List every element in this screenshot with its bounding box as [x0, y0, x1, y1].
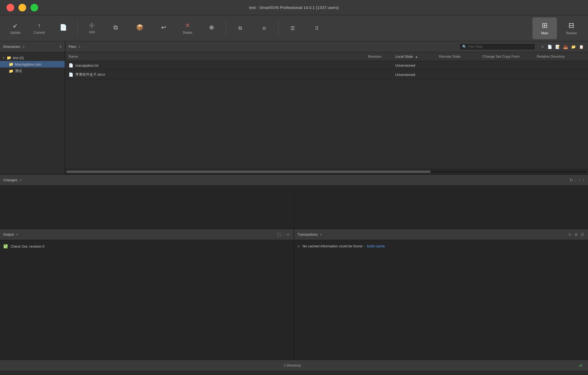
changes-up-icon[interactable]: ↑ [578, 178, 580, 183]
transactions-actions: ↻ ⚙ ☰ [568, 232, 585, 237]
file-filter-input[interactable] [468, 45, 532, 49]
transactions-list-icon[interactable]: ☰ [580, 232, 585, 237]
dir-item-test[interactable]: ▼ 📁 test (0) [0, 54, 65, 61]
update-icon: ↙ [13, 22, 18, 29]
dir-item-test-cn[interactable]: 📁 测试 [0, 67, 65, 75]
output-actions: ⬛ | ✏ [276, 232, 290, 237]
output-icon-square[interactable]: ⬛ [276, 232, 282, 237]
move-icon: 📦 [136, 24, 143, 31]
toolbar-commit[interactable]: ↑ Commit [28, 17, 50, 39]
changes-left-pane [0, 186, 294, 229]
success-icon: ✅ [3, 244, 8, 248]
files-view-clear-icon[interactable]: ✕ [540, 44, 545, 50]
changes-panel: Changes × ↻ | ↑ ↓ [0, 175, 588, 229]
file-name-cell-2: 📄 苹果软件盒子.docx [65, 70, 365, 79]
scroll-track [66, 171, 587, 173]
transactions-panel: Transactions × ↻ ⚙ ☰ ≡ No cached informa… [294, 229, 588, 360]
revert-icon: ↩ [161, 24, 166, 31]
toolbar-copy-props[interactable]: ⧉ [229, 17, 251, 39]
col-header-localstate[interactable]: Local State ▲ [392, 52, 436, 61]
col-header-name[interactable]: Name [65, 52, 365, 61]
maximize-button[interactable] [30, 4, 38, 11]
file-name-cell-1: 📄 macappbox.txt [65, 61, 365, 70]
transactions-body: ≡ No cached information could be found -… [294, 240, 588, 360]
directories-close[interactable]: × [22, 45, 24, 49]
transaction-list-icon: ≡ [298, 244, 300, 248]
sort-asc-icon: ▲ [415, 55, 418, 58]
folder-icon-test: 📁 [7, 56, 11, 60]
changes-body [0, 186, 588, 229]
output-close[interactable]: × [16, 232, 18, 237]
col-header-remotestate[interactable]: Remote State [436, 52, 479, 61]
files-close[interactable]: × [78, 45, 80, 49]
toolbar-separator-1 [77, 20, 78, 36]
folder-icon-macappbox: 📁 [9, 62, 13, 66]
table-row[interactable]: 📄 苹果软件盒子.docx Unversioned [65, 70, 588, 79]
copy-icon: ⧉ [114, 24, 118, 31]
toolbar-move-props[interactable]: ⧈ [253, 17, 275, 39]
col-header-changeset[interactable]: Change Set Copy From [479, 52, 534, 61]
build-cache-link[interactable]: build cache [367, 244, 385, 248]
statusbar-center: 1 Directory [5, 363, 579, 367]
horizontal-scrollbar[interactable] [65, 169, 588, 174]
commit-icon: ↑ [38, 22, 41, 29]
dir-label-test-cn: 测试 [15, 69, 22, 73]
toolbar-revert[interactable]: ↩ [153, 17, 174, 39]
toolbar-move[interactable]: 📦 [129, 17, 151, 39]
file-changeset-cell-1 [479, 61, 534, 70]
toolbar-add-label: Add [89, 30, 94, 34]
files-table: Name Revision Local State ▲ Remote State [65, 52, 588, 169]
files-view-settings-icon[interactable]: 📋 [578, 44, 585, 50]
changes-down-icon[interactable]: ↓ [583, 178, 585, 183]
toolbar-add[interactable]: ➕ Add [81, 17, 103, 39]
titlebar: test - SmartSVN Professional 14.0.1 (133… [0, 0, 588, 15]
file-filter-box: 🔍 [459, 43, 535, 50]
toolbar-delete[interactable]: ✕ Delete [177, 17, 198, 39]
toolbar-view-main[interactable]: ⊞ Main [532, 17, 557, 39]
directories-panel: Directories × ▾ ▼ 📁 test (0) 📁 MacAppbox… [0, 41, 65, 174]
dir-tree: ▼ 📁 test (0) 📁 MacAppbox.com 📁 测试 [0, 52, 65, 174]
files-view-remote-icon[interactable]: 📤 [562, 44, 569, 50]
review-view-icon: ⊟ [568, 21, 574, 30]
close-button[interactable] [7, 4, 14, 11]
sync-icon[interactable]: ⇄ [579, 363, 583, 368]
add-icon: ➕ [89, 23, 95, 29]
scroll-thumb[interactable] [66, 171, 431, 173]
files-view-folder-icon[interactable]: 📁 [570, 44, 577, 50]
output-sep: | [284, 232, 284, 236]
file-remotestate-cell-1 [436, 61, 479, 70]
toolbar-separator-3 [278, 20, 278, 36]
toolbar-copy[interactable]: ⧉ [105, 17, 127, 39]
toolbar-menu[interactable]: ☰ [282, 17, 304, 39]
file-icon-2: 📄 [69, 72, 73, 77]
toolbar-view-review[interactable]: ⊟ Review [559, 17, 584, 39]
files-view-modified-icon[interactable]: 📝 [554, 44, 561, 50]
changes-close[interactable]: × [20, 178, 22, 182]
files-title: Files [69, 45, 76, 49]
toolbar-show-changes[interactable]: 📄 [52, 17, 74, 39]
toolbar-update[interactable]: ↙ Update [4, 17, 26, 39]
table-header-row: Name Revision Local State ▲ Remote State [65, 52, 588, 61]
file-revision-cell-1 [365, 61, 392, 70]
file-localstate-cell-2: Unversioned [392, 70, 436, 79]
delete-icon: ✕ [185, 22, 190, 29]
bottom-panels: Output × ⬛ | ✏ ✅ Check Out: revision 0 T… [0, 229, 588, 360]
menu-icon: ☰ [290, 25, 295, 31]
transactions-close[interactable]: × [320, 232, 322, 237]
toolbar-add-external[interactable]: ⊕ [201, 17, 222, 39]
toolbar-more[interactable]: ⠿ [306, 17, 327, 39]
minimize-button[interactable] [19, 4, 26, 11]
changes-right-pane [294, 186, 588, 229]
col-header-reldir[interactable]: Relative Directory [534, 52, 588, 61]
files-view-add-icon[interactable]: 📄 [546, 44, 553, 50]
transactions-refresh-icon[interactable]: ↻ [568, 232, 572, 237]
table-row[interactable]: 📄 macappbox.txt Unversioned [65, 61, 588, 70]
file-changeset-cell-2 [479, 70, 534, 79]
col-header-revision[interactable]: Revision [365, 52, 392, 61]
dir-item-macappbox[interactable]: 📁 MacAppbox.com [0, 61, 65, 67]
output-icon-pencil[interactable]: ✏ [286, 232, 290, 237]
more-icon: ⠿ [315, 25, 318, 31]
changes-refresh-icon[interactable]: ↻ [569, 177, 573, 183]
directories-arrow[interactable]: ▾ [60, 45, 62, 49]
transactions-settings-icon[interactable]: ⚙ [574, 232, 578, 237]
